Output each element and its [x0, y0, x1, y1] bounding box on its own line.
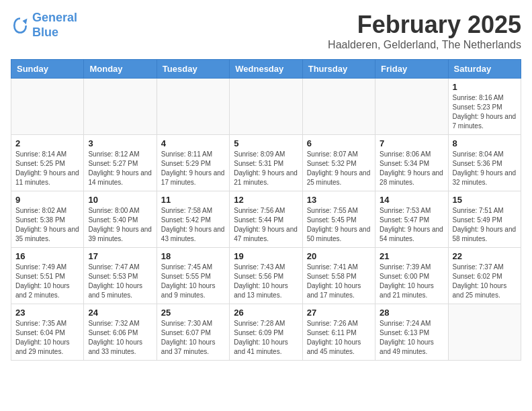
calendar-row-3: 9Sunrise: 8:02 AM Sunset: 5:38 PM Daylig… — [11, 191, 521, 248]
day-number: 18 — [161, 251, 225, 261]
logo-line1: General — [32, 11, 77, 24]
day-info: Sunrise: 7:30 AM Sunset: 6:07 PM Dayligh… — [161, 319, 225, 357]
day-number: 16 — [15, 251, 79, 261]
calendar-body: 1Sunrise: 8:16 AM Sunset: 5:23 PM Daylig… — [11, 79, 521, 361]
day-number: 8 — [453, 138, 517, 148]
day-info: Sunrise: 7:55 AM Sunset: 5:45 PM Dayligh… — [307, 206, 371, 244]
day-info: Sunrise: 7:56 AM Sunset: 5:44 PM Dayligh… — [234, 206, 298, 244]
day-info: Sunrise: 7:49 AM Sunset: 5:51 PM Dayligh… — [15, 263, 79, 300]
calendar-row-4: 16Sunrise: 7:49 AM Sunset: 5:51 PM Dayli… — [11, 248, 521, 304]
calendar-cell: 28Sunrise: 7:24 AM Sunset: 6:13 PM Dayli… — [375, 304, 448, 361]
day-number: 23 — [15, 308, 79, 318]
day-number: 22 — [453, 251, 517, 261]
day-number: 21 — [380, 251, 443, 261]
title-block: February 2025 Haalderen, Gelderland, The… — [328, 11, 521, 51]
calendar-cell: 20Sunrise: 7:41 AM Sunset: 5:58 PM Dayli… — [302, 248, 375, 304]
calendar-cell: 12Sunrise: 7:56 AM Sunset: 5:44 PM Dayli… — [230, 191, 302, 248]
weekday-header-saturday: Saturday — [448, 60, 521, 79]
calendar-cell — [11, 79, 84, 135]
calendar-cell: 7Sunrise: 8:06 AM Sunset: 5:34 PM Daylig… — [375, 135, 448, 191]
day-info: Sunrise: 8:07 AM Sunset: 5:32 PM Dayligh… — [307, 150, 371, 187]
calendar-header: SundayMondayTuesdayWednesdayThursdayFrid… — [11, 60, 521, 79]
day-number: 24 — [88, 308, 152, 318]
day-info: Sunrise: 8:09 AM Sunset: 5:31 PM Dayligh… — [234, 150, 298, 187]
day-info: Sunrise: 8:14 AM Sunset: 5:25 PM Dayligh… — [15, 150, 79, 187]
day-number: 3 — [88, 138, 152, 148]
calendar-cell: 26Sunrise: 7:28 AM Sunset: 6:09 PM Dayli… — [230, 304, 302, 361]
calendar-cell: 19Sunrise: 7:43 AM Sunset: 5:56 PM Dayli… — [230, 248, 302, 304]
day-number: 9 — [15, 195, 79, 205]
calendar-cell: 22Sunrise: 7:37 AM Sunset: 6:02 PM Dayli… — [448, 248, 521, 304]
day-number: 7 — [380, 138, 443, 148]
day-info: Sunrise: 7:53 AM Sunset: 5:47 PM Dayligh… — [380, 206, 443, 244]
day-number: 19 — [234, 251, 298, 261]
calendar-cell — [448, 304, 521, 361]
logo-line2: Blue — [32, 26, 77, 40]
page-header: General Blue February 2025 Haalderen, Ge… — [11, 11, 521, 51]
logo: General Blue — [11, 11, 77, 40]
calendar-cell: 3Sunrise: 8:12 AM Sunset: 5:27 PM Daylig… — [84, 135, 157, 191]
day-number: 2 — [15, 138, 79, 148]
day-number: 4 — [161, 138, 225, 148]
calendar-cell: 4Sunrise: 8:11 AM Sunset: 5:29 PM Daylig… — [157, 135, 229, 191]
weekday-header-monday: Monday — [84, 60, 157, 79]
day-info: Sunrise: 7:58 AM Sunset: 5:42 PM Dayligh… — [161, 206, 225, 244]
day-info: Sunrise: 7:35 AM Sunset: 6:04 PM Dayligh… — [15, 319, 79, 357]
day-number: 27 — [307, 308, 371, 318]
day-info: Sunrise: 7:45 AM Sunset: 5:55 PM Dayligh… — [161, 263, 225, 300]
weekday-header-sunday: Sunday — [11, 60, 84, 79]
day-number: 25 — [161, 308, 225, 318]
weekday-header-friday: Friday — [375, 60, 448, 79]
day-number: 12 — [234, 195, 298, 205]
calendar-cell: 13Sunrise: 7:55 AM Sunset: 5:45 PM Dayli… — [302, 191, 375, 248]
calendar-cell — [157, 79, 229, 135]
day-info: Sunrise: 7:47 AM Sunset: 5:53 PM Dayligh… — [88, 263, 152, 300]
calendar-cell: 6Sunrise: 8:07 AM Sunset: 5:32 PM Daylig… — [302, 135, 375, 191]
calendar-cell: 15Sunrise: 7:51 AM Sunset: 5:49 PM Dayli… — [448, 191, 521, 248]
day-number: 20 — [307, 251, 371, 261]
calendar-cell: 18Sunrise: 7:45 AM Sunset: 5:55 PM Dayli… — [157, 248, 229, 304]
day-number: 6 — [307, 138, 371, 148]
month-title: February 2025 — [328, 11, 521, 39]
day-number: 13 — [307, 195, 371, 205]
calendar-cell: 25Sunrise: 7:30 AM Sunset: 6:07 PM Dayli… — [157, 304, 229, 361]
day-info: Sunrise: 7:28 AM Sunset: 6:09 PM Dayligh… — [234, 319, 298, 357]
calendar: SundayMondayTuesdayWednesdayThursdayFrid… — [11, 59, 521, 361]
day-info: Sunrise: 8:11 AM Sunset: 5:29 PM Dayligh… — [161, 150, 225, 187]
day-number: 14 — [380, 195, 443, 205]
weekday-header-thursday: Thursday — [302, 60, 375, 79]
day-number: 5 — [234, 138, 298, 148]
calendar-cell — [302, 79, 375, 135]
day-info: Sunrise: 7:51 AM Sunset: 5:49 PM Dayligh… — [453, 206, 517, 244]
day-info: Sunrise: 8:04 AM Sunset: 5:36 PM Dayligh… — [453, 150, 517, 187]
day-info: Sunrise: 7:32 AM Sunset: 6:06 PM Dayligh… — [88, 319, 152, 357]
calendar-cell: 5Sunrise: 8:09 AM Sunset: 5:31 PM Daylig… — [230, 135, 302, 191]
day-info: Sunrise: 8:12 AM Sunset: 5:27 PM Dayligh… — [88, 150, 152, 187]
day-info: Sunrise: 7:24 AM Sunset: 6:13 PM Dayligh… — [380, 319, 443, 357]
weekday-header-row: SundayMondayTuesdayWednesdayThursdayFrid… — [11, 60, 521, 79]
calendar-cell: 16Sunrise: 7:49 AM Sunset: 5:51 PM Dayli… — [11, 248, 84, 304]
calendar-row-5: 23Sunrise: 7:35 AM Sunset: 6:04 PM Dayli… — [11, 304, 521, 361]
calendar-cell: 24Sunrise: 7:32 AM Sunset: 6:06 PM Dayli… — [84, 304, 157, 361]
day-info: Sunrise: 8:00 AM Sunset: 5:40 PM Dayligh… — [88, 206, 152, 244]
calendar-cell: 10Sunrise: 8:00 AM Sunset: 5:40 PM Dayli… — [84, 191, 157, 248]
day-info: Sunrise: 7:41 AM Sunset: 5:58 PM Dayligh… — [307, 263, 371, 300]
calendar-cell: 17Sunrise: 7:47 AM Sunset: 5:53 PM Dayli… — [84, 248, 157, 304]
calendar-cell: 2Sunrise: 8:14 AM Sunset: 5:25 PM Daylig… — [11, 135, 84, 191]
location: Haalderen, Gelderland, The Netherlands — [328, 39, 521, 51]
day-number: 11 — [161, 195, 225, 205]
logo-text: General Blue — [32, 11, 77, 40]
calendar-cell: 14Sunrise: 7:53 AM Sunset: 5:47 PM Dayli… — [375, 191, 448, 248]
calendar-cell: 8Sunrise: 8:04 AM Sunset: 5:36 PM Daylig… — [448, 135, 521, 191]
calendar-cell: 23Sunrise: 7:35 AM Sunset: 6:04 PM Dayli… — [11, 304, 84, 361]
day-number: 28 — [380, 308, 443, 318]
day-info: Sunrise: 7:37 AM Sunset: 6:02 PM Dayligh… — [453, 263, 517, 300]
calendar-cell: 21Sunrise: 7:39 AM Sunset: 6:00 PM Dayli… — [375, 248, 448, 304]
day-number: 10 — [88, 195, 152, 205]
calendar-cell — [84, 79, 157, 135]
day-info: Sunrise: 7:39 AM Sunset: 6:00 PM Dayligh… — [380, 263, 443, 300]
day-info: Sunrise: 8:06 AM Sunset: 5:34 PM Dayligh… — [380, 150, 443, 187]
calendar-row-1: 1Sunrise: 8:16 AM Sunset: 5:23 PM Daylig… — [11, 79, 521, 135]
calendar-cell: 11Sunrise: 7:58 AM Sunset: 5:42 PM Dayli… — [157, 191, 229, 248]
day-number: 1 — [453, 82, 517, 92]
